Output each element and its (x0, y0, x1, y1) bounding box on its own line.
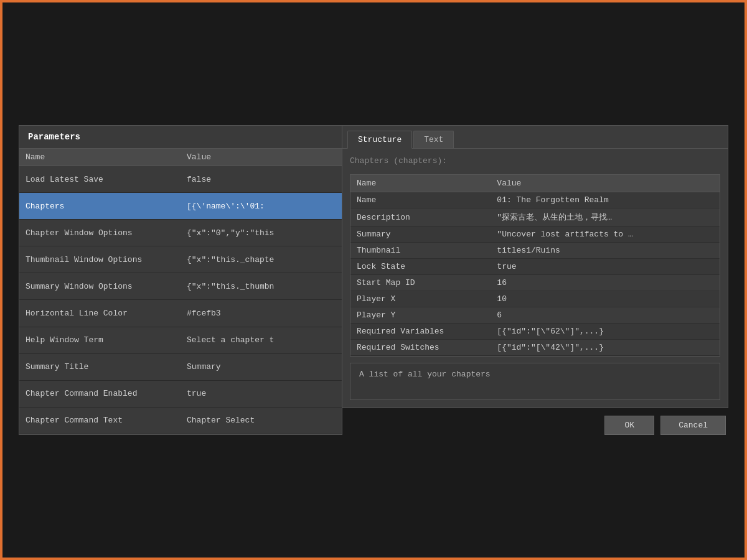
table-row[interactable]: Required Variables[{"id":"[\"62\"]",...} (350, 324, 720, 340)
param-table: Name Value Load Latest SavefalseChapters… (19, 149, 342, 434)
param-name-cell: Chapters (19, 193, 181, 220)
param-value-cell: {"x":"this._chapte (181, 246, 342, 273)
table-row[interactable]: Horizontal Line Color#fcefb3 (19, 300, 342, 327)
table-row[interactable]: Chapter Command TextChapter Select (19, 407, 342, 434)
detail-name-cell: Thumbnail (350, 243, 491, 259)
param-value-cell: Chapter Select (181, 407, 342, 434)
detail-name-cell: Lock State (350, 259, 491, 275)
detail-name-cell: Start Map ID (350, 275, 491, 291)
ok-button[interactable]: OK (604, 416, 654, 435)
table-row[interactable]: Summary"Uncover lost artifacts to … (350, 226, 720, 243)
tabs-bar: Structure Text (342, 126, 728, 149)
param-value-cell: Summary (181, 353, 342, 380)
table-row[interactable]: Chapters[{\'name\':\'01: (19, 193, 342, 220)
left-panel: Parameters Name Value Load Latest Savefa… (19, 125, 342, 435)
param-col-name: Name (19, 149, 181, 166)
detail-value-cell: [{"id":"[\"62\"]",...} (491, 324, 720, 340)
detail-table-wrapper: Name Value Name01: The Forgotten RealmDe… (350, 174, 720, 357)
detail-value-cell: 6 (491, 307, 720, 324)
detail-name-cell: Required Variables (350, 324, 491, 340)
param-name-cell: Thumbnail Window Options (19, 246, 181, 273)
detail-name-cell: Required Switches (350, 340, 491, 356)
param-value-cell: true (181, 380, 342, 407)
table-row[interactable]: Summary Window Options{"x":"this._thumbn (19, 273, 342, 300)
table-row[interactable]: Chapter Window Options{"x":"0","y":"this (19, 220, 342, 246)
cancel-button[interactable]: Cancel (660, 416, 726, 435)
table-row[interactable]: Name01: The Forgotten Realm (350, 192, 720, 208)
bottom-buttons: OKCancel (342, 408, 728, 435)
detail-value-cell: "Uncover lost artifacts to … (491, 226, 720, 243)
param-name-cell: Chapter Command Text (19, 407, 181, 434)
chapters-label-text: Chapters (350, 156, 388, 166)
description-box: A list of all your chapters (350, 363, 720, 400)
table-row[interactable]: Chapter Command Enabledtrue (19, 380, 342, 407)
param-name-cell: Horizontal Line Color (19, 300, 181, 327)
main-wrapper: Parameters Name Value Load Latest Savefa… (19, 125, 728, 435)
detail-name-cell: Player Y (350, 307, 491, 324)
param-value-cell: #fcefb3 (181, 300, 342, 327)
detail-value-cell: [{"id":"[\"42\"]",...} (491, 340, 720, 356)
panel-title: Parameters (19, 126, 342, 149)
right-panel: Structure Text Chapters (chapters): Name… (342, 125, 728, 408)
table-row[interactable]: Required Switches[{"id":"[\"42\"]",...} (350, 340, 720, 356)
param-value-cell: false (181, 166, 342, 193)
table-row[interactable]: Summary TitleSummary (19, 353, 342, 380)
detail-value-cell: 10 (491, 291, 720, 307)
param-name-cell: Chapter Command Enabled (19, 380, 181, 407)
table-row[interactable]: Thumbnailtitles1/Ruins (350, 243, 720, 259)
detail-table: Name Value Name01: The Forgotten RealmDe… (350, 175, 720, 356)
detail-name-cell: Player X (350, 291, 491, 307)
param-name-cell: Help Window Term (19, 327, 181, 353)
param-col-value: Value (181, 149, 342, 166)
detail-name-cell: Description (350, 208, 491, 226)
table-row[interactable]: Start Map ID16 (350, 275, 720, 291)
table-row[interactable]: Lock Statetrue (350, 259, 720, 275)
detail-value-cell: "探索古老、从生的土地，寻找… (491, 208, 720, 226)
table-row[interactable]: Player Y6 (350, 307, 720, 324)
param-value-cell: Select a chapter t (181, 327, 342, 353)
detail-name-cell: Summary (350, 226, 491, 243)
param-name-cell: Chapter Window Options (19, 220, 181, 246)
param-name-cell: Load Latest Save (19, 166, 181, 193)
detail-value-cell: true (491, 259, 720, 275)
detail-col-name: Name (350, 175, 491, 192)
param-value-cell: [{\'name\':\'01: (181, 193, 342, 220)
right-column: Structure Text Chapters (chapters): Name… (342, 125, 728, 435)
param-value-cell: {"x":"this._thumbn (181, 273, 342, 300)
table-row[interactable]: Description"探索古老、从生的土地，寻找… (350, 208, 720, 226)
tab-structure[interactable]: Structure (347, 131, 412, 149)
table-row[interactable]: Thumbnail Window Options{"x":"this._chap… (19, 246, 342, 273)
table-row[interactable]: Help Window TermSelect a chapter t (19, 327, 342, 353)
detail-value-cell: 01: The Forgotten Realm (491, 192, 720, 208)
tab-text[interactable]: Text (413, 131, 454, 148)
right-content: Chapters (chapters): Name Value Name01: … (342, 149, 728, 408)
detail-col-value: Value (491, 175, 720, 192)
detail-name-cell: Name (350, 192, 491, 208)
detail-value-cell: titles1/Ruins (491, 243, 720, 259)
chapters-id: (chapters): (393, 156, 447, 166)
table-row[interactable]: Player X10 (350, 291, 720, 307)
table-row[interactable]: Load Latest Savefalse (19, 166, 342, 193)
param-name-cell: Summary Window Options (19, 273, 181, 300)
detail-value-cell: 16 (491, 275, 720, 291)
chapters-label: Chapters (chapters): (350, 156, 720, 166)
param-name-cell: Summary Title (19, 353, 181, 380)
param-value-cell: {"x":"0","y":"this (181, 220, 342, 246)
